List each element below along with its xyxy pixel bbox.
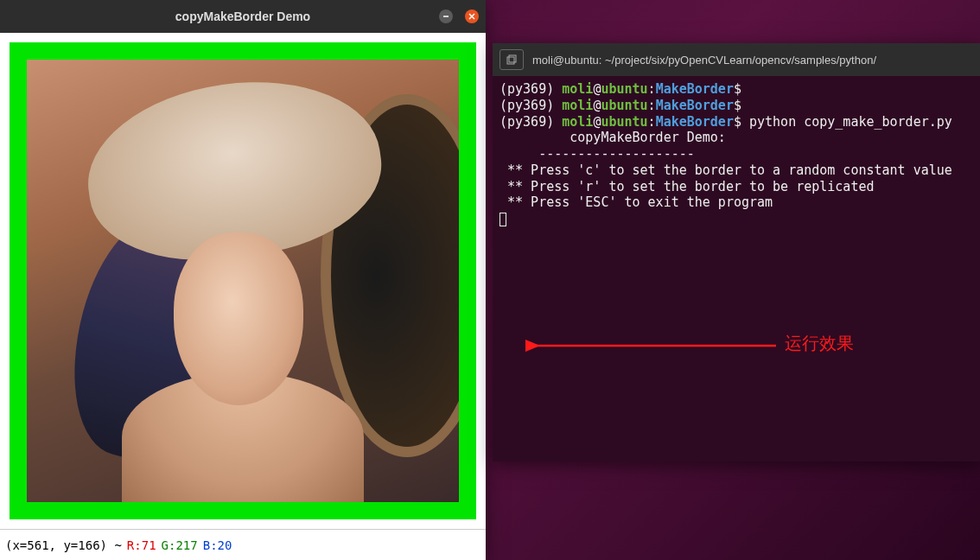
terminal-output: ** Press 'ESC' to exit the program <box>500 194 973 211</box>
terminal-output: ** Press 'r' to set the border to be rep… <box>500 179 973 195</box>
svg-rect-3 <box>507 57 514 64</box>
cursor-icon <box>500 213 506 226</box>
status-coords: (x=561, y=166) ~ <box>5 538 122 552</box>
svg-rect-4 <box>509 55 516 62</box>
status-b: B:20 <box>203 538 232 552</box>
image-statusbar: (x=561, y=166) ~ R:71 G:217 B:20 <box>0 529 486 560</box>
terminal-body[interactable]: (py369) moli@ubuntu:MakeBorder$(py369) m… <box>493 76 980 232</box>
window-controls <box>439 0 479 33</box>
terminal-cursor-line <box>500 211 973 227</box>
image-window-title: copyMakeBorder Demo <box>175 10 310 23</box>
face-shape <box>174 232 303 405</box>
status-r: R:71 <box>127 538 156 552</box>
terminal-line: (py369) moli@ubuntu:MakeBorder$ <box>500 98 973 114</box>
image-canvas[interactable] <box>0 33 486 529</box>
image-window-titlebar[interactable]: copyMakeBorder Demo <box>0 0 486 33</box>
terminal-window: moli@ubuntu: ~/project/six/pyOpenCVLearn… <box>493 43 980 461</box>
terminal-titlebar[interactable]: moli@ubuntu: ~/project/six/pyOpenCVLearn… <box>493 43 980 76</box>
terminal-output: -------------------- <box>500 146 973 162</box>
image-window: copyMakeBorder Demo (x=561, y=166) ~ R:7… <box>0 0 486 560</box>
close-button[interactable] <box>465 10 479 23</box>
terminal-title: moli@ubuntu: ~/project/six/pyOpenCVLearn… <box>532 54 876 67</box>
terminal-line: (py369) moli@ubuntu:MakeBorder$ <box>500 81 973 98</box>
lena-image <box>27 60 459 502</box>
terminal-line: (py369) moli@ubuntu:MakeBorder$ python c… <box>500 114 973 130</box>
new-tab-button[interactable] <box>500 49 524 70</box>
terminal-output: copyMakeBorder Demo: <box>500 130 973 146</box>
terminal-output: ** Press 'c' to set the border to a rand… <box>500 162 973 179</box>
minimize-button[interactable] <box>439 10 453 23</box>
status-g: G:217 <box>162 538 198 552</box>
border-region <box>10 42 476 519</box>
new-tab-icon <box>506 54 518 66</box>
